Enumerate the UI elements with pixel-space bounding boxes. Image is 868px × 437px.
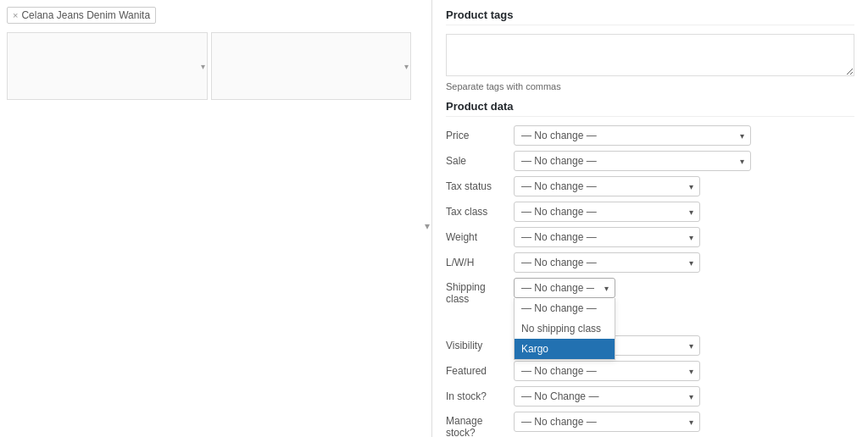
- product-data-section: Product data Price — No change — Sale: [446, 100, 854, 437]
- shipping-select[interactable]: — No change —: [514, 278, 615, 298]
- tax-status-label: Tax status: [446, 180, 514, 192]
- tag-label: Celana Jeans Denim Wanita: [21, 9, 150, 21]
- scroll-indicator-1: ▾: [201, 62, 205, 71]
- lwh-label: L/W/H: [446, 257, 514, 268]
- tax-class-control: — No change —: [514, 202, 854, 222]
- right-panel: Product tags Separate tags with commas P…: [432, 0, 868, 437]
- main-scroll-indicator: ▾: [425, 220, 430, 232]
- dropdown-item-kargo[interactable]: Kargo: [515, 339, 615, 359]
- tax-class-select-wrapper: — No change —: [514, 202, 700, 222]
- visibility-row: Visibility — No change —: [446, 335, 854, 356]
- featured-control: — No change —: [514, 361, 854, 381]
- dropdown-item-no-change[interactable]: — No change —: [515, 298, 615, 318]
- in-stock-row: In stock? — No Change —: [446, 386, 854, 407]
- price-select-wrapper: — No change —: [514, 125, 751, 146]
- weight-select-wrapper: — No change —: [514, 227, 700, 247]
- lwh-select-wrapper: — No change —: [514, 252, 700, 273]
- sale-select-wrapper: — No change —: [514, 151, 751, 171]
- page-wrapper: × Celana Jeans Denim Wanita ▾ ▾ ▾ Produc…: [0, 0, 868, 437]
- tax-status-control: — No change —: [514, 176, 854, 196]
- lwh-control: — No change —: [514, 252, 854, 273]
- tax-class-select[interactable]: — No change —: [514, 202, 700, 222]
- sale-label: Sale: [446, 155, 514, 167]
- featured-label: Featured: [446, 365, 514, 377]
- shipping-dropdown-popup: — No change — No shipping class Kargo: [514, 298, 615, 360]
- in-stock-select[interactable]: — No Change —: [514, 386, 700, 407]
- remove-tag-icon[interactable]: ×: [13, 10, 18, 20]
- manage-select-wrapper: — No change —: [514, 412, 700, 432]
- tax-class-label: Tax class: [446, 206, 514, 218]
- manage-label: Manage stock?: [446, 412, 514, 437]
- left-col-1: ▾: [7, 32, 208, 100]
- tag-item[interactable]: × Celana Jeans Denim Wanita: [7, 7, 156, 24]
- weight-control: — No change —: [514, 227, 854, 247]
- lwh-select[interactable]: — No change —: [514, 252, 700, 273]
- sale-row: Sale — No change —: [446, 151, 854, 171]
- shipping-select-wrapper: — No change —: [514, 278, 615, 298]
- in-stock-select-wrapper: — No Change —: [514, 386, 700, 407]
- tax-status-select-wrapper: — No change —: [514, 176, 700, 196]
- manage-control: — No change —: [514, 412, 854, 432]
- visibility-label: Visibility: [446, 340, 514, 351]
- sale-control: — No change —: [514, 151, 854, 171]
- product-tags-input[interactable]: [446, 34, 854, 76]
- product-tags-label: Product tags: [446, 8, 854, 25]
- lwh-row: L/W/H — No change —: [446, 252, 854, 273]
- shipping-control: — No change — — No change — No shipping …: [514, 278, 854, 298]
- dropdown-item-no-shipping[interactable]: No shipping class: [515, 318, 615, 339]
- price-row: Price — No change —: [446, 125, 854, 146]
- left-col-2: ▾: [211, 32, 412, 100]
- in-stock-control: — No Change —: [514, 386, 854, 407]
- weight-row: Weight — No change —: [446, 227, 854, 247]
- shipping-label: Shipping class: [446, 278, 514, 305]
- left-panel: × Celana Jeans Denim Wanita ▾ ▾ ▾: [0, 0, 432, 437]
- featured-select-wrapper: — No change —: [514, 361, 700, 381]
- tags-section: Product tags Separate tags with commas: [446, 8, 854, 91]
- tax-status-select[interactable]: — No change —: [514, 176, 700, 196]
- price-select[interactable]: — No change —: [514, 125, 751, 146]
- manage-stock-row: Manage stock? — No change —: [446, 412, 854, 437]
- featured-row: Featured — No change —: [446, 361, 854, 381]
- shipping-class-row: Shipping class — No change — — No change…: [446, 278, 854, 305]
- product-data-title: Product data: [446, 100, 854, 117]
- sale-select[interactable]: — No change —: [514, 151, 751, 171]
- price-control: — No change —: [514, 125, 854, 146]
- price-label: Price: [446, 130, 514, 141]
- manage-select[interactable]: — No change —: [514, 412, 700, 432]
- tags-hint: Separate tags with commas: [446, 81, 854, 91]
- scroll-indicator-2: ▾: [404, 62, 409, 71]
- in-stock-label: In stock?: [446, 390, 514, 402]
- weight-label: Weight: [446, 231, 514, 243]
- tax-class-row: Tax class — No change —: [446, 202, 854, 222]
- featured-select[interactable]: — No change —: [514, 361, 700, 381]
- weight-select[interactable]: — No change —: [514, 227, 700, 247]
- tax-status-row: Tax status — No change —: [446, 176, 854, 196]
